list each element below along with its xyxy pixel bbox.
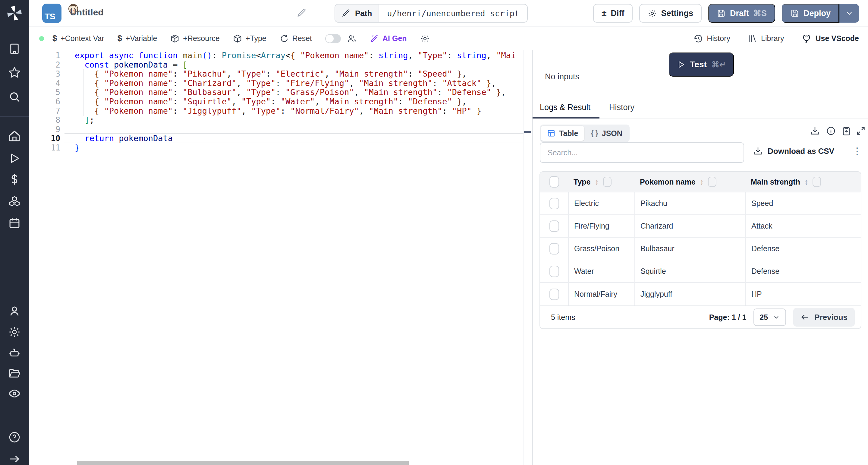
view-table-button[interactable]: Table [541,126,584,141]
code-line[interactable]: 9 [29,125,524,134]
library-button[interactable]: Library [748,34,784,43]
favorites-star-icon[interactable] [8,66,21,79]
line-number: 6 [29,97,60,107]
table-row[interactable]: Normal/Fairy Jigglypuff HP [540,283,861,306]
deploy-dropdown-chevron[interactable] [839,4,859,23]
tab-logs-result[interactable]: Logs & Result [540,103,590,112]
variables-dollar-icon[interactable] [8,173,21,186]
download-result-icon[interactable] [810,126,820,136]
code-lines[interactable]: 1export async function main(): Promise<A… [29,51,524,153]
line-number: 7 [29,107,60,116]
app-sidebar [0,0,29,465]
page-indicator: Page: 1 / 1 [709,313,747,322]
audit-eye-icon[interactable] [8,387,21,400]
copy-to-clipboard-icon[interactable] [841,126,851,136]
windmill-logo-icon[interactable] [7,5,22,21]
sort-icon[interactable]: ↕ [700,177,704,187]
previous-page-button[interactable]: Previous [793,308,855,327]
select-all-checkbox[interactable] [550,176,559,187]
tab-history[interactable]: History [609,103,634,112]
code-line[interactable]: 10 return pokemonData [29,134,524,143]
code-editor[interactable]: 1export async function main(): Promise<A… [29,50,532,465]
diff-button[interactable]: ± Diff [593,4,632,23]
workers-robot-icon[interactable] [8,347,21,359]
row-checkbox[interactable] [550,221,559,232]
code-line[interactable]: 8 ]; [29,116,524,125]
typescript-badge-label: TS [44,12,56,21]
active-tab-underline [532,117,599,118]
reset-button[interactable]: Reset [280,34,312,43]
code-line[interactable]: 7 { "Pokemon name": "Jigglypuff", "Type"… [29,107,524,116]
resources-cubes-icon[interactable] [8,195,21,208]
horizontal-scrollbar-thumb[interactable] [77,461,409,465]
view-json-button[interactable]: { } JSON [585,126,628,141]
table-row[interactable]: Electric Pikachu Speed [540,193,861,215]
ai-gen-button[interactable]: AI Gen [370,34,407,43]
collapse-arrow-icon[interactable] [8,453,21,465]
toggle-switch[interactable] [325,34,341,43]
add-context-var-button[interactable]: $ +Context Var [53,34,104,43]
row-checkbox[interactable] [550,198,559,209]
help-icon[interactable] [8,431,21,444]
more-options-kebab-icon[interactable]: ⋮ [852,146,862,156]
cell-pokemon-name: Jigglypuff [634,283,745,306]
status-dot [39,36,44,41]
folders-icon[interactable] [8,367,21,380]
schedules-calendar-icon[interactable] [8,217,21,230]
column-filter-pill[interactable] [812,177,821,187]
package-icon [170,34,179,43]
line-number: 5 [29,88,60,97]
table-header-row: Type ↕ Pokemon name ↕ Main strength ↕ [540,172,861,193]
add-type-button[interactable]: +Type [233,34,267,43]
runs-play-icon[interactable] [8,152,21,165]
page-size-select[interactable]: 25 [753,309,786,326]
cell-pokemon-name: Bulbasaur [634,238,745,260]
draft-button[interactable]: Draft ⌘S [708,4,775,23]
sort-icon[interactable]: ↕ [595,177,599,187]
home-icon[interactable] [8,130,21,142]
overview-cursor-marker [524,131,531,133]
code-line[interactable]: 4 { "Pokemon name": "Charizard", "Type":… [29,79,524,88]
expand-fullscreen-icon[interactable] [856,126,866,136]
edit-title-pencil-icon[interactable] [297,8,307,18]
code-line[interactable]: 3 { "Pokemon name": "Pikachu", "Type": "… [29,69,524,79]
sort-icon[interactable]: ↕ [804,177,808,187]
settings-button[interactable]: Settings [639,4,702,23]
cell-type: Water [568,260,634,282]
test-button[interactable]: Test ⌘↵ [669,53,734,77]
settings-gear-icon[interactable] [8,326,21,338]
arrow-left-icon [801,313,809,322]
result-search-input[interactable] [540,142,744,163]
table-row[interactable]: Water Squirtle Defense [540,260,861,283]
code-line[interactable]: 1export async function main(): Promise<A… [29,51,524,60]
history-button[interactable]: History [693,34,730,43]
add-variable-button[interactable]: $ +Variable [118,34,157,43]
multiplayer-toggle[interactable] [325,34,356,43]
add-resource-button[interactable]: +Resource [170,34,220,43]
column-filter-pill[interactable] [708,177,716,187]
info-icon[interactable] [826,126,836,136]
line-number: 10 [29,134,60,143]
users-icon[interactable] [8,305,21,318]
workspace-building-icon[interactable] [8,42,21,55]
code-line[interactable]: 2 const pokemonData = [ [29,60,524,70]
code-line[interactable]: 5 { "Pokemon name": "Bulbasaur", "Type":… [29,88,524,97]
cell-type: Grass/Poison [568,238,634,260]
users-group-icon [347,34,356,43]
editor-settings-gear-icon[interactable] [420,34,430,43]
table-row[interactable]: Grass/Poison Bulbasaur Defense [540,238,861,260]
download-csv-button[interactable]: Download as CSV [753,146,834,156]
column-filter-pill[interactable] [603,177,612,187]
script-path-field[interactable]: Path u/henri/unencumbered_script [335,4,528,23]
table-row[interactable]: Fire/Flying Charizard Attack [540,215,861,238]
code-line[interactable]: 6 { "Pokemon name": "Squirtle", "Type": … [29,97,524,107]
row-checkbox[interactable] [550,289,559,300]
editor-overview-ruler[interactable] [524,50,532,465]
row-checkbox[interactable] [550,266,559,277]
row-checkbox[interactable] [550,243,559,255]
search-icon[interactable] [8,90,21,103]
cell-main-strength: Speed [745,193,861,214]
use-vscode-button[interactable]: Use VScode [801,33,859,44]
deploy-button[interactable]: Deploy [782,4,839,23]
code-line[interactable]: 11} [29,143,524,153]
